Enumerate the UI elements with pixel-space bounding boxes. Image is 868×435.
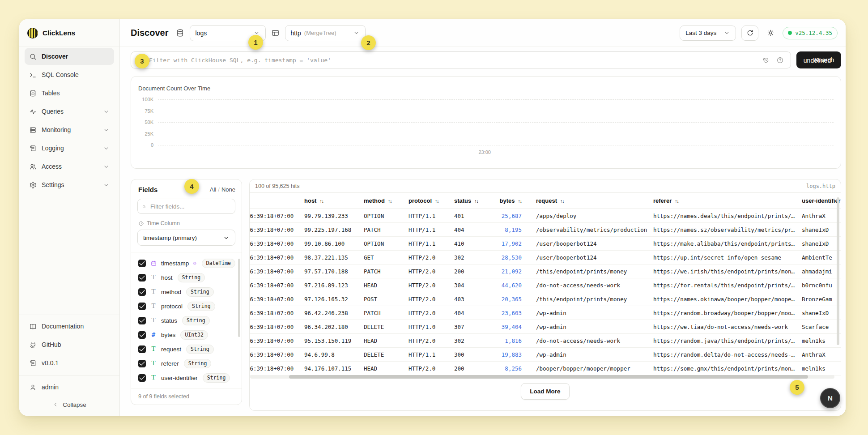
field-method[interactable]: TmethodString xyxy=(136,285,238,299)
sidebar-item-logging[interactable]: Logging xyxy=(25,140,114,157)
table-row[interactable]: 06:39:18+07:0099.225.197.168PATCHHTTP/1.… xyxy=(250,223,841,237)
sql-filter-input[interactable] xyxy=(148,56,758,64)
fields-scrollbar[interactable] xyxy=(238,259,240,337)
column-header-timestamp[interactable]: ↑↓ xyxy=(250,197,304,204)
column-header-bytes[interactable]: bytes↑↓ xyxy=(485,197,522,204)
results-table-panel: 100 of 95,625 hits logs.http ↑↓host↑↓met… xyxy=(249,179,841,411)
column-header-status[interactable]: status↑↓ xyxy=(454,197,485,204)
sidebar-item-label: Settings xyxy=(42,181,64,188)
sidebar-item-admin[interactable]: admin xyxy=(25,379,114,396)
checkbox-checked-icon[interactable] xyxy=(138,331,146,339)
time-range-select[interactable]: Last 3 days xyxy=(680,26,736,41)
field-filter-input[interactable] xyxy=(149,203,230,210)
sidebar-item-monitoring[interactable]: Monitoring xyxy=(25,121,114,138)
load-more-button[interactable]: Load More xyxy=(521,383,569,400)
field-type-badge: String xyxy=(187,302,215,311)
vertical-scrollbar[interactable] xyxy=(837,197,839,345)
field-status[interactable]: TstatusString xyxy=(136,313,238,328)
table-row[interactable]: 06:39:18+07:0097.126.165.32POSTHTTP/2.04… xyxy=(250,292,841,306)
field-bytes[interactable]: #bytesUInt32 xyxy=(136,328,238,342)
sort-icon[interactable]: ↑↓ xyxy=(435,198,439,204)
field-timestamp[interactable]: timestampDateTime xyxy=(136,256,238,270)
table-row[interactable]: 06:39:18+07:0094.176.107.115HEADHTTP/2.0… xyxy=(250,362,841,375)
checkbox-checked-icon[interactable] xyxy=(138,374,146,382)
cell-request: /this/endpoint/prints/money xyxy=(536,268,653,275)
refresh-button[interactable] xyxy=(741,26,758,41)
collapse-button[interactable]: Collapse xyxy=(25,397,114,412)
sort-icon[interactable]: ↑↓ xyxy=(560,198,564,204)
cell-referer: https://random.delta/do-not-access/needs… xyxy=(653,351,802,358)
cell-request: /user/booperbot124 xyxy=(536,254,653,261)
sidebar-item-discover[interactable]: Discover xyxy=(25,48,114,65)
terminal-icon xyxy=(29,71,37,79)
timestamp-value: 06:39:18+07:00 xyxy=(250,254,294,261)
sidebar-item-documentation[interactable]: Documentation xyxy=(25,318,114,335)
sidebar-item-v0-0-1[interactable]: v0.0.1 xyxy=(25,354,114,371)
sidebar-item-label: Documentation xyxy=(42,323,84,330)
table-row[interactable]: 06:39:18+07:0094.6.99.8DELETEHTTP/1.1300… xyxy=(250,348,841,362)
column-label: protocol xyxy=(408,197,432,204)
table-row[interactable]: 06:39:18+07:0096.42.246.238PATCHHTTP/2.0… xyxy=(250,306,841,320)
column-label: user-identifier xyxy=(802,197,841,204)
horizontal-scrollbar[interactable] xyxy=(289,375,808,379)
checkbox-checked-icon[interactable] xyxy=(138,303,146,310)
sql-filter-bar xyxy=(131,51,791,68)
select-all-link[interactable]: All xyxy=(210,186,216,193)
checkbox-checked-icon[interactable] xyxy=(138,317,146,324)
sidebar-item-tables[interactable]: Tables xyxy=(25,85,114,102)
field-referer[interactable]: TrefererString xyxy=(136,356,238,371)
table-row[interactable]: 06:39:18+07:0095.153.150.119HEADHTTP/2.0… xyxy=(250,334,841,348)
checkbox-checked-icon[interactable] xyxy=(138,274,146,281)
field-name: request xyxy=(161,346,181,353)
cell-referer: https://we.irish/this/endpoint/prints/mo… xyxy=(653,268,802,275)
cell-timestamp: 06:39:18+07:00 xyxy=(250,268,304,275)
checkbox-checked-icon[interactable] xyxy=(138,345,146,353)
sidebar-item-settings[interactable]: Settings xyxy=(25,176,114,193)
sort-icon[interactable]: ↑↓ xyxy=(319,198,323,204)
history-icon[interactable] xyxy=(762,56,770,64)
table-row[interactable]: 06:39:18+07:0099.10.86.100OPTIONHTTP/1.1… xyxy=(250,237,841,251)
search-row: undefined Search xyxy=(131,51,841,68)
magnifier-icon: undefined xyxy=(804,57,810,64)
column-header-protocol[interactable]: protocol↑↓ xyxy=(408,197,454,204)
sidebar-item-queries[interactable]: Queries xyxy=(25,103,114,120)
column-header-method[interactable]: method↑↓ xyxy=(364,197,408,204)
column-header-host[interactable]: host↑↓ xyxy=(304,197,364,204)
cell-request: /booper/bopper/mooper/mopper xyxy=(536,365,653,372)
sidebar-item-access[interactable]: Access xyxy=(25,158,114,175)
fields-panel: Fields All/None Time Column xyxy=(131,179,242,405)
annotation-badge-2: 2 xyxy=(361,35,376,50)
field-host[interactable]: ThostString xyxy=(136,270,238,285)
table-row[interactable]: 06:39:18+07:0097.57.170.188PATCHHTTP/2.0… xyxy=(250,264,841,278)
table-row[interactable]: 06:39:18+07:0098.37.221.135GETHTTP/2.030… xyxy=(250,251,841,264)
column-header-referer[interactable]: referer↑↓ xyxy=(653,197,802,204)
select-none-link[interactable]: None xyxy=(221,186,235,193)
dev-overlay-button[interactable]: N xyxy=(820,388,840,408)
theme-toggle-button[interactable] xyxy=(764,26,777,41)
column-header-request[interactable]: request↑↓ xyxy=(536,197,653,204)
table-select[interactable]: http (MergeTree) xyxy=(285,25,366,41)
checkbox-checked-icon[interactable] xyxy=(138,360,146,367)
checkbox-checked-icon[interactable] xyxy=(138,288,146,296)
column-header-user-identifier[interactable]: user-identifier xyxy=(802,197,841,204)
table-row[interactable]: 06:39:18+07:0099.79.139.233OPTIONHTTP/1.… xyxy=(250,209,841,223)
status-dot-icon xyxy=(788,31,792,35)
checkbox-checked-icon[interactable] xyxy=(138,260,146,267)
sort-icon[interactable]: ↑↓ xyxy=(388,198,392,204)
sort-icon[interactable]: ↑↓ xyxy=(675,198,679,204)
search-button[interactable]: undefined Search xyxy=(796,51,841,68)
cell-method: HEAD xyxy=(364,282,408,289)
table-row[interactable]: 06:39:18+07:0097.216.89.123HEADHTTP/2.03… xyxy=(250,278,841,292)
help-icon[interactable] xyxy=(776,56,784,64)
field-protocol[interactable]: TprotocolString xyxy=(136,299,238,313)
calendar-icon xyxy=(150,260,157,267)
field-request[interactable]: TrequestString xyxy=(136,342,238,356)
sort-icon[interactable]: ↑↓ xyxy=(474,198,478,204)
table-row[interactable]: 06:39:18+07:0096.34.202.180DELETEHTTP/1.… xyxy=(250,320,841,334)
cell-bytes: 17,902 xyxy=(485,240,522,247)
sidebar-item-sql-console[interactable]: SQL Console xyxy=(25,66,114,83)
sort-icon[interactable]: ↑↓ xyxy=(518,198,522,204)
field-user-identifier[interactable]: Tuser-identifierString xyxy=(136,371,238,385)
sidebar-item-github[interactable]: GitHub xyxy=(25,336,114,353)
time-column-select[interactable]: timestamp (primary) xyxy=(137,230,235,246)
